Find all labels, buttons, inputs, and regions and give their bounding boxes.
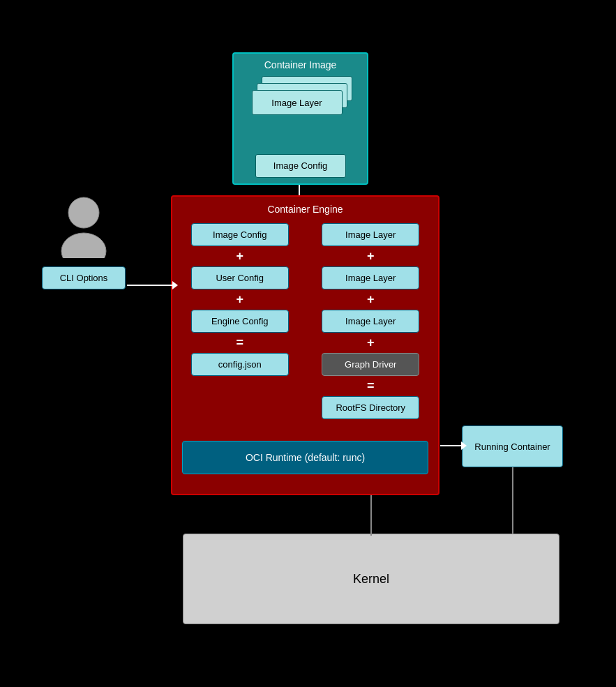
engine-config-box: Engine Config bbox=[191, 310, 289, 333]
user-config-box: User Config bbox=[191, 266, 289, 289]
container-engine-box: Container Engine Image Config + User Con… bbox=[171, 195, 440, 495]
left-col: Image Config + User Config + Engine Conf… bbox=[179, 223, 301, 419]
plus-op-2: + bbox=[236, 292, 243, 307]
layer2-engine: Image Layer bbox=[322, 266, 419, 289]
oci-runtime-bar: OCI Runtime (default: runc) bbox=[182, 441, 428, 474]
config-json-box: config.json bbox=[191, 353, 289, 376]
plus-right-1: + bbox=[367, 249, 375, 264]
image-layer-3: Image Layer bbox=[252, 90, 343, 115]
image-config-engine: Image Config bbox=[191, 223, 289, 246]
layer3-engine: Image Layer bbox=[322, 310, 419, 333]
engine-inner: Image Config + User Config + Engine Conf… bbox=[179, 223, 431, 419]
container-engine-title: Container Engine bbox=[179, 204, 431, 215]
svg-point-1 bbox=[61, 233, 106, 258]
user-section: CLI Options bbox=[42, 195, 126, 289]
svg-point-0 bbox=[68, 197, 99, 228]
user-avatar bbox=[56, 195, 112, 258]
equals-op-left: = bbox=[236, 335, 243, 350]
line-rc-to-kernel bbox=[512, 467, 513, 534]
arrow-oci-to-rc bbox=[440, 445, 461, 446]
plus-op-1: + bbox=[236, 249, 243, 264]
line-engine-to-kernel bbox=[370, 495, 372, 536]
container-image-box: Container Image Image Layer Image Layer … bbox=[232, 52, 368, 185]
graph-driver-box: Graph Driver bbox=[322, 353, 419, 376]
kernel-box: Kernel bbox=[183, 534, 559, 624]
running-container-box: Running Container bbox=[462, 425, 563, 467]
image-config-top: Image Config bbox=[255, 154, 346, 178]
container-image-title: Container Image bbox=[264, 59, 337, 70]
arrow-cli-to-engine bbox=[127, 285, 172, 286]
equals-op-right: = bbox=[367, 379, 375, 393]
plus-right-3: + bbox=[367, 335, 375, 350]
plus-right-2: + bbox=[367, 292, 375, 307]
cli-options-box: CLI Options bbox=[42, 266, 126, 289]
stacked-layers: Image Layer Image Layer Image Layer bbox=[252, 76, 350, 129]
rootfs-box: RootFS Directory bbox=[322, 396, 419, 419]
right-col: Image Layer + Image Layer + Image Layer … bbox=[310, 223, 432, 419]
layer1-engine: Image Layer bbox=[322, 223, 419, 246]
